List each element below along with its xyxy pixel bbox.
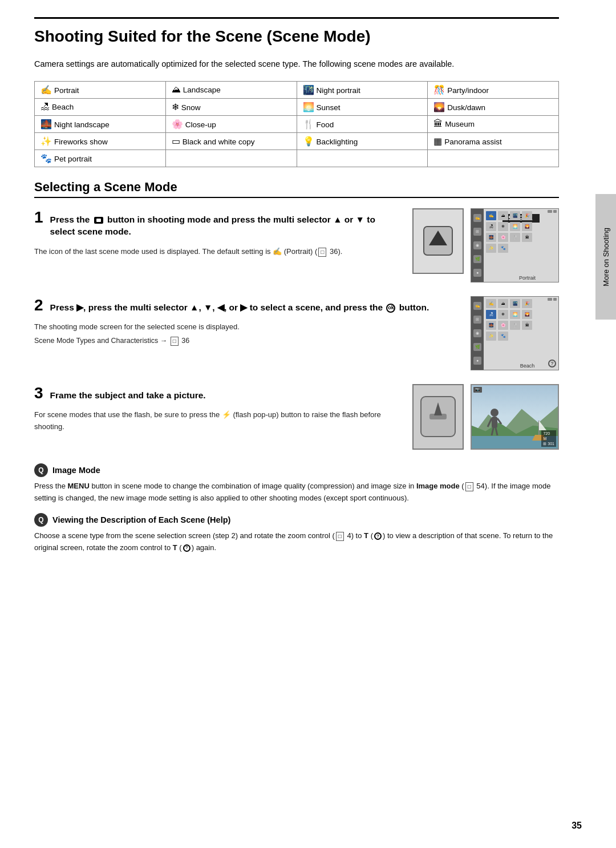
person-silhouette bbox=[486, 407, 503, 437]
flash-button-illustration bbox=[412, 384, 464, 450]
step-1-content: 1 Press the button in shooting mode and … bbox=[34, 208, 401, 260]
cam-left-icon-5: ● bbox=[473, 269, 481, 277]
step-1-camera-screen: SCENE ✍ ⊞ ◉ 🌿 ● ✍ bbox=[471, 208, 559, 282]
scene-museum: Museum bbox=[445, 120, 475, 128]
step-3-title: Frame the subject and take a picture. bbox=[50, 389, 206, 402]
icon-cell: 🌄 bbox=[522, 310, 532, 319]
cam-row-1: ✍ ⛰ 🌃 🎉 bbox=[486, 211, 556, 220]
icon-cell: 🌅 bbox=[510, 222, 520, 231]
table-cell: 🌅Sunset bbox=[297, 98, 428, 115]
table-cell: 🌄Dusk/dawn bbox=[428, 98, 559, 115]
svg-line-12 bbox=[496, 428, 497, 435]
cam-left-icon-b: ⊞ bbox=[473, 316, 481, 324]
cam-row-c: 🌉 🌸 🍴 🏛 bbox=[486, 321, 556, 330]
table-cell: ▦Panorama assist bbox=[428, 132, 559, 150]
table-cell: 💡Backlighting bbox=[297, 132, 428, 150]
image-mode-text: Press the MENU button in scene mode to c… bbox=[34, 480, 559, 504]
cam-bottom-portrait: Portrait bbox=[496, 275, 558, 281]
step-3-desc: For scene modes that use the flash, be s… bbox=[34, 409, 401, 432]
scene-night-landscape: Night landscape bbox=[54, 120, 110, 129]
icon-cell: ✍ bbox=[486, 299, 496, 308]
section-heading-selecting: Selecting a Scene Mode bbox=[34, 180, 559, 198]
table-cell: ✨Fireworks show bbox=[35, 132, 166, 150]
cam-row-3: 🌉 🌸 🍴 🏛 bbox=[486, 233, 556, 242]
table-cell bbox=[165, 150, 297, 167]
cam-icons-area: ✍ ⛰ 🌃 🎉 🏖 ❄ 🌅 🌄 bbox=[484, 209, 558, 253]
sidebar-label: More on Shooting bbox=[602, 228, 610, 286]
viewing-help-icon: Q bbox=[34, 513, 48, 527]
page-title: Shooting Suited for the Scene (Scene Mod… bbox=[34, 17, 559, 46]
table-row: ✍Portrait ⛰Landscape 🌃Night portrait 🎊Pa… bbox=[35, 81, 559, 98]
icon-cell: ✨ bbox=[486, 244, 496, 253]
scene-sunset: Sunset bbox=[317, 103, 341, 112]
image-mode-icon: Q bbox=[34, 463, 48, 477]
svg-rect-8 bbox=[492, 417, 497, 428]
cam-main-area-2: ✍ ⛰ 🌃 🎉 🏖 ❄ 🌅 🌄 bbox=[484, 297, 558, 370]
cam-row-2: 🏖 ❄ 🌅 🌄 bbox=[486, 222, 556, 231]
step-1-arrow-button bbox=[412, 208, 464, 274]
icon-cell: 🌉 bbox=[486, 321, 496, 330]
step-1-number: 1 bbox=[34, 209, 43, 225]
svg-line-9 bbox=[488, 418, 492, 427]
step-2-number: 2 bbox=[34, 297, 43, 313]
step-3-header: 3 Frame the subject and take a picture. bbox=[34, 384, 401, 406]
image-mode-box: Q Image Mode Press the MENU button in sc… bbox=[34, 463, 559, 504]
scene-dusk: Dusk/dawn bbox=[447, 103, 485, 112]
icon-cell: 🏖 bbox=[486, 222, 496, 231]
viewing-help-box: Q Viewing the Description of Each Scene … bbox=[34, 513, 559, 554]
help-icon: ? bbox=[548, 360, 556, 368]
table-cell: ▭Black and white copy bbox=[165, 132, 297, 150]
table-cell bbox=[428, 150, 559, 167]
cam-row-d: ✨ 🐾 bbox=[486, 332, 556, 341]
scene-modes-table: ✍Portrait ⛰Landscape 🌃Night portrait 🎊Pa… bbox=[34, 81, 559, 167]
cam-row-4: ✨ 🐾 bbox=[486, 244, 556, 253]
cam-left-icon-1: ✍ bbox=[473, 214, 481, 222]
icon-cell: 🍴 bbox=[510, 321, 520, 330]
scene-pet: Pet portrait bbox=[54, 155, 92, 163]
table-cell: 🌃Night portrait bbox=[297, 81, 428, 98]
svg-line-11 bbox=[492, 428, 493, 435]
icon-cell: ⛰ bbox=[498, 211, 508, 220]
step-3: 3 Frame the subject and take a picture. … bbox=[34, 384, 559, 450]
table-cell: ⛰Landscape bbox=[165, 81, 297, 98]
step-1-desc: The icon of the last scene mode used is … bbox=[34, 246, 401, 257]
icon-cell: 🏛 bbox=[522, 321, 532, 330]
viewing-help-title: Q Viewing the Description of Each Scene … bbox=[34, 513, 559, 527]
svg-point-7 bbox=[491, 409, 499, 417]
image-mode-title: Q Image Mode bbox=[34, 463, 559, 477]
icon-cell: 🎉 bbox=[522, 299, 532, 308]
icon-cell: 🏛 bbox=[522, 233, 532, 242]
table-cell bbox=[297, 150, 428, 167]
table-cell: 🍴Food bbox=[297, 115, 428, 132]
scene-portrait: Portrait bbox=[54, 86, 79, 95]
table-cell: 🎊Party/indoor bbox=[428, 81, 559, 98]
step-2-camera-screen: ✍ ⊞ ◉ 🌿 ● ✍ ⛰ 🌃 bbox=[471, 296, 559, 370]
step-2-header: 2 Press ▶, press the multi selector ▲, ▼… bbox=[34, 296, 459, 318]
svg-marker-15 bbox=[539, 421, 546, 430]
table-row: 🏖Beach ❄Snow 🌅Sunset 🌄Dusk/dawn bbox=[35, 98, 559, 115]
icon-cell: 🏖 bbox=[486, 310, 496, 319]
icon-cell: 🌸 bbox=[498, 233, 508, 242]
table-cell: 🌉Night landscape bbox=[35, 115, 166, 132]
step-3-number: 3 bbox=[34, 385, 43, 401]
icon-cell: 🌃 bbox=[510, 211, 520, 220]
scene-panorama: Panorama assist bbox=[444, 138, 502, 146]
cam-left-icon-e: ● bbox=[473, 357, 481, 365]
scene-party: Party/indoor bbox=[447, 86, 489, 95]
cam-left-icon-2: ⊞ bbox=[473, 228, 481, 236]
cam-left-icon-d: 🌿 bbox=[473, 343, 481, 351]
page: More on Shooting Shooting Suited for the… bbox=[0, 0, 616, 848]
sidebar-tab: More on Shooting bbox=[595, 194, 616, 320]
icon-cell: 🍴 bbox=[510, 233, 520, 242]
step-1-title: Press the button in shooting mode and pr… bbox=[50, 213, 401, 238]
steps-area: 1 Press the button in shooting mode and … bbox=[34, 208, 559, 450]
cam-left-strip-2: ✍ ⊞ ◉ 🌿 ● bbox=[471, 297, 484, 370]
viewing-help-text: Choose a scene type from the scene selec… bbox=[34, 530, 559, 554]
cam-left-icon-c: ◉ bbox=[473, 329, 481, 337]
up-arrow-svg bbox=[421, 224, 455, 258]
icon-cell: ✨ bbox=[486, 332, 496, 341]
step-3-screens: 📷 720M⊞ 301 bbox=[412, 384, 559, 450]
scene-snow: Snow bbox=[181, 103, 201, 112]
table-cell: 🏖Beach bbox=[35, 98, 166, 115]
scene-closeup: Close-up bbox=[185, 120, 216, 129]
